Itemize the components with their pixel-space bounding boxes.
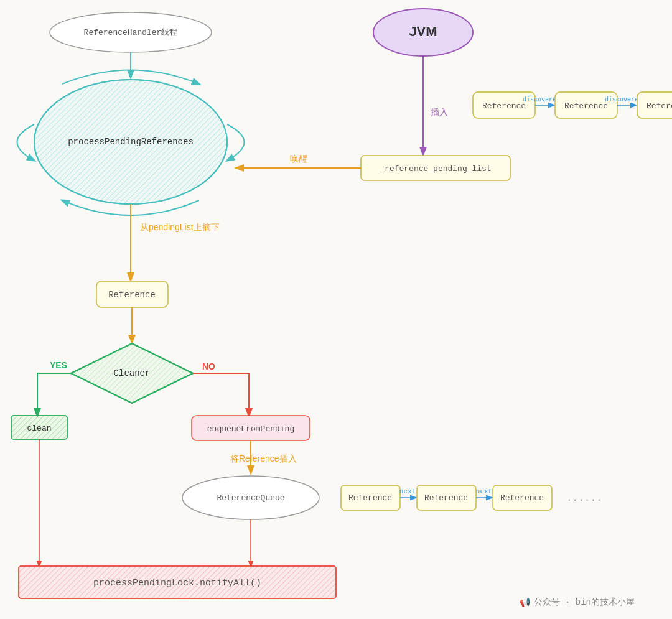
svg-text:ReferenceQueue: ReferenceQueue — [217, 493, 284, 503]
diagram: ReferenceHandler线程 processPendingReferen… — [0, 0, 672, 619]
svg-text:Reference: Reference — [482, 101, 526, 111]
svg-text:next: next — [476, 488, 492, 495]
svg-text:Cleaner: Cleaner — [114, 368, 151, 378]
svg-text:插入: 插入 — [431, 107, 448, 117]
svg-text:Reference: Reference — [646, 101, 672, 111]
svg-text:YES: YES — [50, 360, 67, 370]
watermark: 📢 公众号 · bin的技术小屋 — [520, 597, 635, 608]
watermark-text: 公众号 · bin的技术小屋 — [534, 597, 635, 608]
svg-text:Reference: Reference — [348, 493, 392, 503]
svg-text:将Reference插入: 将Reference插入 — [230, 454, 297, 463]
svg-text:next: next — [399, 488, 416, 495]
svg-text:NO: NO — [202, 361, 215, 371]
svg-text:Reference: Reference — [564, 101, 608, 111]
svg-text:唤醒: 唤醒 — [290, 154, 307, 164]
watermark-icon: 📢 — [520, 597, 530, 608]
svg-text:enqueueFromPending: enqueueFromPending — [207, 424, 294, 434]
svg-text:processPendingLock.notifyAll(): processPendingLock.notifyAll() — [93, 578, 261, 589]
svg-text:......: ...... — [566, 493, 602, 504]
svg-text:Reference: Reference — [108, 290, 156, 300]
svg-text:Reference: Reference — [500, 493, 544, 503]
svg-text:clean: clean — [27, 424, 51, 433]
svg-text:_reference_pending_list: _reference_pending_list — [379, 164, 491, 174]
svg-text:discovered: discovered — [523, 96, 560, 103]
svg-text:processPendingReferences: processPendingReferences — [68, 137, 194, 147]
svg-text:discovered: discovered — [605, 96, 642, 103]
svg-text:ReferenceHandler线程: ReferenceHandler线程 — [84, 28, 178, 37]
svg-text:JVM: JVM — [409, 24, 437, 39]
svg-text:Reference: Reference — [424, 493, 468, 503]
svg-text:从pendingList上摘下: 从pendingList上摘下 — [140, 222, 220, 232]
